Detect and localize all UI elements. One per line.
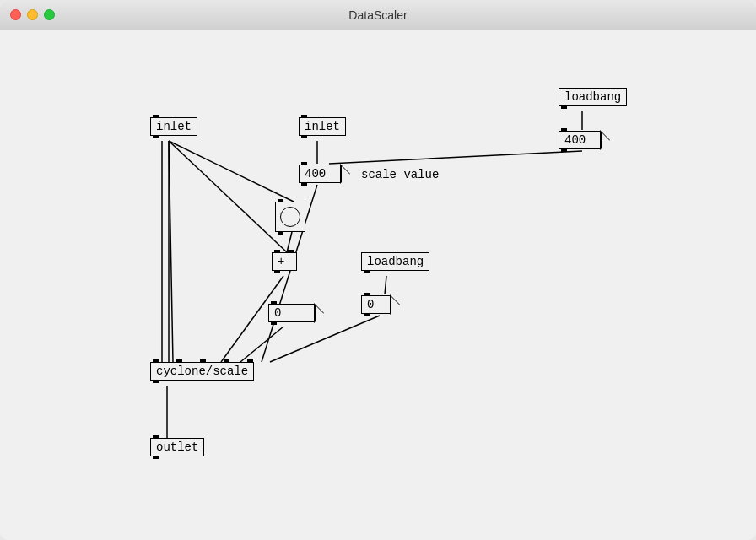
num400-1-outlet xyxy=(561,148,567,152)
loadbang2-label: loadbang xyxy=(367,255,424,268)
inlet2-outlet xyxy=(301,135,307,138)
svg-line-3 xyxy=(169,141,287,252)
titlebar: DataScaler xyxy=(0,0,756,30)
cyclone-scale-label: cyclone/scale xyxy=(156,364,248,378)
plus-outlet xyxy=(274,270,280,273)
plus-label: + xyxy=(278,255,284,268)
cyclone-inlet2 xyxy=(176,359,182,363)
cyclone-inlet1 xyxy=(153,359,159,363)
num0-2-label: 0 xyxy=(367,298,374,311)
outlet-label: outlet xyxy=(156,440,198,454)
loadbang2-outlet xyxy=(364,270,370,273)
window-title: DataScaler xyxy=(348,8,407,22)
num0-2-outlet xyxy=(364,313,370,316)
loadbang1-outlet xyxy=(561,105,567,109)
scale-value-comment: scale value xyxy=(361,168,439,181)
num400-2-inlet xyxy=(301,162,307,165)
traffic-lights xyxy=(10,9,55,20)
inlet2-label: inlet xyxy=(305,120,340,133)
num0-1-inlet xyxy=(271,301,277,305)
inlet1-inlet xyxy=(153,115,159,118)
num400-1-inlet xyxy=(561,128,567,132)
inlet1-box[interactable]: inlet xyxy=(150,117,197,136)
cyclone-scale-box[interactable]: cyclone/scale xyxy=(150,362,254,381)
svg-line-10 xyxy=(385,276,386,294)
inlet2-box[interactable]: inlet xyxy=(299,117,346,136)
minimize-button[interactable] xyxy=(27,9,38,20)
svg-line-1 xyxy=(169,141,173,362)
loadbang2-box[interactable]: loadbang xyxy=(361,252,429,271)
num400-2-label: 400 xyxy=(305,167,326,181)
circle-bang-box[interactable] xyxy=(275,202,305,232)
outlet-inlet xyxy=(153,435,159,439)
connections-svg xyxy=(0,30,756,540)
inlet1-label: inlet xyxy=(156,120,192,133)
cyclone-inlet5 xyxy=(247,359,253,363)
inlet2-inlet xyxy=(301,115,307,118)
num0-2-inlet xyxy=(364,293,370,296)
cyclone-inlet4 xyxy=(224,359,230,363)
maximize-button[interactable] xyxy=(44,9,55,20)
plus-inlet-left xyxy=(274,250,280,253)
cyclone-inlet3 xyxy=(200,359,206,363)
window: DataScaler xyxy=(0,0,756,540)
patch-canvas: inlet inlet loadbang 400 xyxy=(0,30,756,540)
svg-line-9 xyxy=(240,327,284,362)
circle-inlet xyxy=(278,199,284,202)
circle-outlet xyxy=(278,231,284,235)
num400-1-box[interactable]: 400 xyxy=(559,131,601,149)
plus-box[interactable]: + xyxy=(272,252,297,271)
num400-2-outlet xyxy=(301,182,307,186)
svg-line-2 xyxy=(169,141,294,202)
num400-1-label: 400 xyxy=(564,133,586,147)
close-button[interactable] xyxy=(10,9,21,20)
num0-1-box[interactable]: 0 xyxy=(268,304,315,322)
num0-1-label: 0 xyxy=(274,306,281,320)
plus-inlet-right xyxy=(288,250,294,253)
outlet-box[interactable]: outlet xyxy=(150,438,204,456)
inner-circle xyxy=(280,207,300,227)
num0-1-outlet xyxy=(271,321,277,325)
num0-2-box[interactable]: 0 xyxy=(361,295,391,314)
num400-2-box[interactable]: 400 xyxy=(299,165,341,183)
loadbang1-box[interactable]: loadbang xyxy=(559,88,627,106)
outlet-outlet xyxy=(153,456,159,459)
inlet1-outlet xyxy=(153,135,159,138)
loadbang1-label: loadbang xyxy=(564,90,621,104)
svg-line-6 xyxy=(329,151,582,164)
cyclone-outlet xyxy=(153,380,159,383)
